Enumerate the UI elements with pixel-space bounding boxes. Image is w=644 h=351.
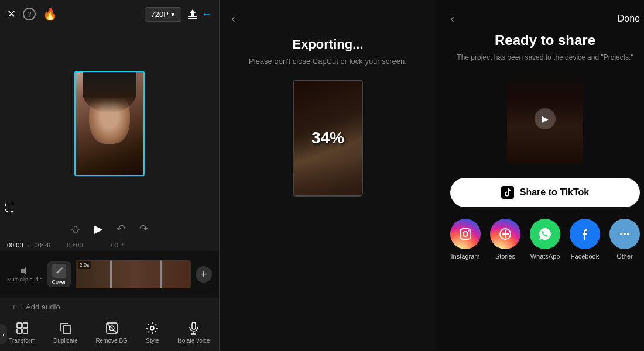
done-button[interactable]: Done bbox=[618, 13, 640, 24]
svg-point-21 bbox=[624, 233, 626, 235]
add-audio-label: + Add audio bbox=[20, 302, 60, 311]
svg-rect-5 bbox=[23, 323, 28, 328]
pencil-icon bbox=[55, 267, 63, 275]
track-row: Mute clip audio Cover 2.0s + bbox=[7, 260, 212, 288]
style-label: Style bbox=[146, 338, 159, 344]
top-bar-center: 720P ▾ ← bbox=[145, 7, 212, 22]
undo-icon[interactable]: ↶ bbox=[117, 222, 125, 235]
share-whatsapp[interactable]: WhatsApp bbox=[530, 219, 560, 260]
trim-handle-right[interactable] bbox=[160, 260, 162, 288]
cover-label: Cover bbox=[52, 279, 66, 285]
svg-rect-4 bbox=[17, 323, 22, 328]
time-current: 00:00 bbox=[7, 242, 23, 249]
clip-strip[interactable]: 2.0s bbox=[76, 260, 191, 288]
top-bar-left: ✕ ? 🔥 bbox=[7, 7, 57, 21]
chevron-down-icon: ▾ bbox=[171, 10, 175, 19]
style-icon bbox=[145, 321, 159, 335]
upload-icon bbox=[186, 8, 199, 20]
trim-handle-left[interactable] bbox=[110, 260, 112, 288]
cover-thumbnail[interactable]: Cover bbox=[47, 261, 71, 287]
arrow-right-icon: ← bbox=[201, 8, 212, 20]
share-facebook[interactable]: Facebook bbox=[570, 219, 600, 260]
speaker-icon bbox=[20, 266, 29, 276]
add-clip-button[interactable]: + bbox=[196, 266, 212, 283]
facebook-label: Facebook bbox=[571, 253, 599, 260]
play-button[interactable]: ▶ bbox=[94, 222, 102, 236]
whatsapp-label: WhatsApp bbox=[530, 253, 560, 260]
add-icon: + bbox=[12, 302, 16, 311]
export-nav: ‹ bbox=[231, 12, 424, 25]
other-label: Other bbox=[616, 253, 633, 260]
duplicate-tool[interactable]: Duplicate bbox=[53, 321, 78, 344]
transform-label: Transform bbox=[9, 338, 35, 344]
clip-segment bbox=[76, 260, 191, 288]
svg-rect-6 bbox=[17, 329, 22, 333]
export-title: Exporting... bbox=[231, 37, 424, 52]
remove-bg-tool[interactable]: Remove BG bbox=[95, 321, 127, 344]
style-tool[interactable]: Style bbox=[145, 321, 159, 344]
share-panel: ‹ Done Ready to share The project has be… bbox=[436, 0, 644, 351]
stories-label: Stories bbox=[495, 253, 515, 260]
stories-svg bbox=[498, 226, 513, 242]
share-tiktok-label: Share to TikTok bbox=[520, 187, 590, 198]
export-button[interactable]: ← bbox=[186, 8, 212, 20]
share-title: Ready to share bbox=[450, 32, 640, 49]
svg-rect-1 bbox=[188, 18, 197, 19]
share-stories[interactable]: Stories bbox=[490, 219, 520, 260]
bottom-toolbar: ‹ Transform Duplicate Remove bbox=[0, 316, 219, 351]
resolution-label: 720P bbox=[151, 10, 169, 19]
marker-2: 00:2 bbox=[111, 242, 124, 249]
share-options-row: Instagram Stories WhatsApp bbox=[450, 219, 640, 260]
svg-point-20 bbox=[620, 233, 622, 235]
share-tiktok-button[interactable]: Share to TikTok bbox=[450, 178, 640, 207]
export-panel: ‹ Exporting... Please don't close CapCut… bbox=[220, 0, 436, 351]
svg-marker-3 bbox=[21, 267, 26, 274]
share-back-button[interactable]: ‹ bbox=[450, 12, 454, 25]
export-back-button[interactable]: ‹ bbox=[231, 12, 235, 25]
transform-tool[interactable]: Transform bbox=[9, 321, 35, 344]
stories-icon bbox=[490, 219, 520, 249]
other-icon bbox=[609, 219, 640, 249]
marker-1: 00:00 bbox=[67, 242, 83, 249]
instagram-label: Instagram bbox=[451, 253, 480, 260]
plus-icon: + bbox=[201, 269, 207, 281]
video-preview-area: ⛶ bbox=[0, 28, 219, 218]
sidebar-collapse-button[interactable]: ‹ bbox=[0, 324, 7, 344]
other-svg bbox=[617, 226, 632, 242]
fullscreen-button[interactable]: ⛶ bbox=[5, 203, 14, 214]
redo-icon[interactable]: ↷ bbox=[139, 222, 148, 235]
svg-point-22 bbox=[627, 233, 629, 235]
magic-icon[interactable]: ◇ bbox=[71, 222, 80, 235]
instagram-icon bbox=[450, 219, 481, 249]
close-button[interactable]: ✕ bbox=[7, 8, 16, 20]
timeline-track: Mute clip audio Cover 2.0s + bbox=[0, 251, 219, 298]
resolution-button[interactable]: 720P ▾ bbox=[145, 7, 181, 22]
svg-line-11 bbox=[107, 323, 117, 333]
svg-rect-13 bbox=[192, 322, 196, 329]
export-progress: 34% bbox=[311, 129, 344, 147]
whatsapp-svg bbox=[537, 226, 553, 242]
share-video-preview: ▶ bbox=[507, 73, 583, 164]
share-other[interactable]: Other bbox=[609, 219, 640, 260]
top-bar: ✕ ? 🔥 720P ▾ ← bbox=[0, 0, 219, 28]
transform-icon bbox=[15, 321, 29, 335]
left-editor-panel: ✕ ? 🔥 720P ▾ ← ⛶ ◇ ▶ bbox=[0, 0, 220, 351]
isolate-voice-tool[interactable]: Isolate voice bbox=[177, 321, 210, 344]
share-instagram[interactable]: Instagram bbox=[450, 219, 481, 260]
duplicate-label: Duplicate bbox=[53, 338, 78, 344]
collapse-icon: ‹ bbox=[2, 331, 5, 339]
brand-icon: 🔥 bbox=[43, 7, 57, 21]
facebook-svg bbox=[577, 226, 592, 242]
svg-point-16 bbox=[468, 230, 469, 231]
play-overlay-button[interactable]: ▶ bbox=[535, 108, 556, 129]
video-frame-content bbox=[76, 72, 143, 175]
playback-toolbar: ◇ ▶ ↶ ↷ bbox=[0, 218, 219, 239]
tiktok-logo bbox=[501, 186, 514, 199]
mute-label: Mute clip audio bbox=[7, 277, 43, 283]
instagram-svg bbox=[458, 226, 473, 242]
help-button[interactable]: ? bbox=[23, 8, 36, 20]
svg-point-15 bbox=[463, 232, 468, 236]
add-audio-row[interactable]: + + Add audio bbox=[0, 298, 219, 316]
mute-button[interactable]: Mute clip audio bbox=[7, 266, 43, 283]
share-nav: ‹ Done bbox=[450, 12, 640, 25]
